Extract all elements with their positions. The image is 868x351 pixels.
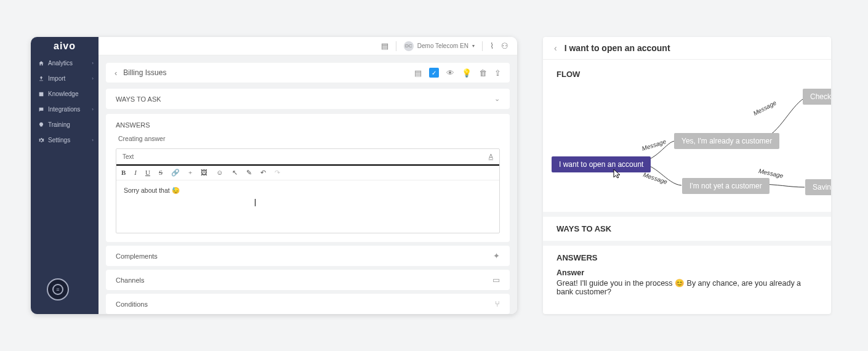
editor-toolbar: B I U S 🔗 + 🖼 ☺ ↖ ✎ ↶ ↷	[116, 164, 499, 180]
link-button[interactable]: 🔗	[171, 169, 180, 177]
edge-label: Message	[641, 138, 667, 152]
edge-label: Message	[752, 99, 778, 117]
strike-button[interactable]: S	[159, 169, 163, 177]
home-icon	[38, 60, 44, 67]
chat-icon: ≡	[52, 284, 63, 295]
bold-button[interactable]: B	[121, 169, 126, 177]
divider	[396, 41, 396, 51]
chevron-right-icon: ›	[92, 137, 94, 143]
branch-icon: ⑂	[495, 299, 500, 309]
sidebar-item-label: Integrations	[48, 106, 80, 113]
redo-button[interactable]: ↷	[275, 169, 280, 177]
visibility-off-icon[interactable]: 👁	[446, 68, 454, 78]
detail-header: ‹ I want to open an account	[543, 37, 831, 60]
sidebar-item-settings[interactable]: Settings ›	[31, 132, 98, 148]
back-icon[interactable]: ‹	[115, 68, 117, 78]
message-icon[interactable]: ▤	[381, 41, 388, 50]
chevron-right-icon: ›	[92, 76, 94, 81]
flow-node-no[interactable]: I'm not yet a customer	[682, 178, 770, 194]
check-icon[interactable]: ✓	[429, 68, 439, 78]
edge-label: Message	[642, 171, 668, 185]
emoji-button[interactable]: ☺	[216, 169, 223, 177]
flow-node-savings[interactable]: Savings	[805, 179, 831, 195]
ways-to-ask-panel[interactable]: WAYS TO ASK ⌄	[106, 89, 510, 109]
chevron-down-icon: ⌄	[494, 95, 500, 103]
gear-icon	[38, 137, 44, 143]
flow-node-yes[interactable]: Yes, I'm already a customer	[674, 133, 779, 149]
answers-panel: ANSWERS Creating answer Text A B I U S 🔗	[106, 114, 510, 242]
panel-title: WAYS TO ASK	[116, 95, 161, 103]
sidebar-item-analytics[interactable]: Analytics ›	[31, 55, 98, 71]
answer-subtitle: Answer	[557, 268, 818, 277]
account-switcher[interactable]: DC Demo Telecom EN ▾	[404, 41, 475, 51]
section-title: ANSWERS	[557, 253, 818, 262]
sidebar-item-label: Analytics	[48, 60, 73, 67]
sidebar: aivo Analytics › Import › Knowledge	[31, 37, 98, 314]
flow-node-root[interactable]: I want to open an account	[552, 156, 651, 172]
sidebar-item-knowledge[interactable]: Knowledge	[31, 86, 98, 102]
sidebar-item-label: Settings	[48, 137, 70, 143]
breadcrumb-title: Billing Issues	[123, 68, 166, 77]
conditions-section[interactable]: Conditions ⑂	[106, 294, 510, 314]
clear-button[interactable]: ✎	[246, 169, 252, 177]
book-icon	[38, 91, 44, 97]
image-button[interactable]: 🖼	[201, 169, 207, 177]
italic-button[interactable]: I	[134, 169, 137, 177]
section-label: Conditions	[116, 301, 148, 308]
back-icon[interactable]: ‹	[554, 43, 557, 53]
panel-title: ANSWERS	[116, 121, 500, 129]
rss-icon[interactable]: ⌇	[490, 41, 494, 50]
chevron-right-icon: ›	[92, 60, 94, 66]
answers-section: ANSWERS Answer Great! I'll guide you in …	[543, 241, 831, 304]
chat-fab-button[interactable]: ≡	[47, 278, 69, 301]
editor-tab-row: Text A	[116, 149, 499, 164]
comment-icon[interactable]: ▤	[414, 68, 422, 78]
detail-panel: ‹ I want to open an account FLOW I want …	[543, 37, 831, 314]
flow-node-checking[interactable]: Checking	[803, 89, 831, 105]
puzzle-icon: ✦	[493, 251, 500, 260]
flow-label: FLOW	[543, 60, 831, 83]
detail-title: I want to open an account	[565, 43, 670, 53]
add-button[interactable]: +	[188, 169, 192, 177]
editor-text: Sorry about that 😓	[124, 187, 180, 194]
text-color-icon[interactable]: A	[489, 153, 493, 160]
devices-icon: ▭	[492, 275, 500, 284]
channels-section[interactable]: Channels ▭	[106, 270, 510, 290]
undo-button[interactable]: ↶	[260, 169, 266, 177]
underline-button[interactable]: U	[145, 169, 150, 177]
section-title: WAYS TO ASK	[557, 224, 818, 233]
sidebar-item-integrations[interactable]: Integrations ›	[31, 102, 98, 117]
sidebar-item-label: Knowledge	[48, 91, 78, 97]
editor-textarea[interactable]: Sorry about that 😓	[116, 180, 499, 233]
flow-canvas[interactable]: I want to open an account Yes, I'm alrea…	[543, 83, 831, 212]
text-cursor	[255, 199, 255, 206]
brand-logo: aivo	[31, 37, 98, 55]
section-label: Channels	[116, 276, 144, 284]
text-editor: Text A B I U S 🔗 + 🖼 ☺ ↖	[116, 148, 500, 233]
main-content: ▤ DC Demo Telecom EN ▾ ⌇ ⚇ ‹ Billing Iss…	[98, 37, 517, 314]
complements-section[interactable]: Complements ✦	[106, 246, 510, 266]
topbar: ▤ DC Demo Telecom EN ▾ ⌇ ⚇	[98, 37, 517, 55]
ways-to-ask-section[interactable]: WAYS TO ASK	[543, 212, 831, 241]
text-tab-label[interactable]: Text	[123, 153, 134, 160]
account-name: Demo Telecom EN	[417, 42, 468, 49]
cursor-icon	[613, 169, 623, 179]
breadcrumb-bar: ‹ Billing Issues ▤ ✓ 👁 💡 🗑 ⇪	[106, 63, 510, 83]
bulb-icon[interactable]: 💡	[462, 68, 472, 78]
chat-icon	[38, 107, 44, 113]
user-icon[interactable]: ⚇	[501, 41, 508, 50]
section-label: Complements	[116, 252, 158, 260]
chevron-down-icon: ▾	[472, 43, 475, 49]
upload-icon	[38, 76, 44, 82]
trash-icon[interactable]: 🗑	[479, 68, 487, 78]
sidebar-item-training[interactable]: Training	[31, 117, 98, 132]
divider	[482, 41, 483, 51]
pointer-button[interactable]: ↖	[232, 169, 238, 177]
sidebar-item-label: Import	[48, 75, 65, 82]
sidebar-item-label: Training	[48, 121, 70, 128]
chevron-right-icon: ›	[92, 107, 94, 112]
avatar: DC	[404, 41, 414, 51]
bulb-icon	[38, 122, 44, 128]
sidebar-item-import[interactable]: Import ›	[31, 71, 98, 86]
upload-icon[interactable]: ⇪	[494, 68, 501, 78]
